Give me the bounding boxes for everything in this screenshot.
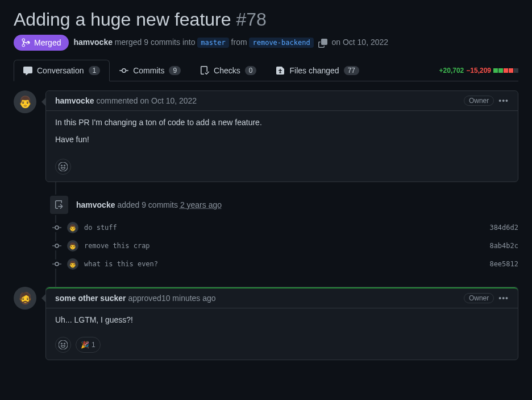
review-body: Uh... LGTM, I guess?!: [46, 308, 518, 337]
commit-message[interactable]: what is this even?: [84, 260, 484, 268]
comment-action: commented on Oct 10, 2022: [96, 96, 197, 105]
avatar[interactable]: 🧔: [14, 287, 36, 310]
pr-title-text: Adding a huge new feature: [14, 9, 231, 30]
merge-meta: hamvocke merged 9 commits into master fr…: [73, 38, 388, 47]
tab-conversation-label: Conversation: [37, 66, 84, 75]
commit-sha[interactable]: 8ee5812: [489, 260, 518, 268]
review-author[interactable]: some other sucker: [55, 294, 126, 303]
owner-badge: Owner: [464, 293, 494, 303]
tabs-row: Conversation 1 Commits 9 Checks 0 Files …: [14, 60, 518, 81]
tab-checks-label: Checks: [214, 66, 240, 75]
commit-sha[interactable]: 384d6d2: [489, 224, 518, 232]
tab-commits[interactable]: Commits 9: [110, 60, 190, 81]
tab-files-label: Files changed: [289, 66, 339, 75]
svg-point-6: [55, 262, 59, 266]
pr-number: #78: [236, 9, 266, 30]
tab-files-count: 77: [344, 66, 359, 75]
tab-conversation[interactable]: Conversation 1: [14, 60, 110, 81]
review-1: 🧔 some other sucker approved10 minutes a…: [14, 287, 518, 360]
merge-status-badge: Merged: [14, 35, 69, 51]
mini-avatar[interactable]: 👨: [67, 240, 78, 251]
smiley-icon: [59, 162, 68, 171]
tab-checks[interactable]: Checks 0: [190, 60, 266, 81]
comment-body: In this PR I'm changing a ton of code to…: [46, 111, 518, 159]
comment-1: 👨 hamvocke commented on Oct 10, 2022 Own…: [14, 90, 518, 182]
repo-push-icon: [49, 195, 69, 215]
review-footer: 🎉 1: [46, 337, 518, 360]
review-action: approved10 minutes ago: [128, 294, 216, 303]
comment-icon: [23, 66, 32, 75]
tab-conversation-count: 1: [89, 66, 101, 75]
commits-added-event: hamvocke added 9 commits 2 years ago: [14, 191, 518, 218]
commit-dot-icon: [52, 223, 61, 232]
add-reaction-button[interactable]: [55, 337, 71, 353]
commit-message[interactable]: do stuff: [84, 224, 484, 232]
comment-footer: [46, 159, 518, 182]
comment-author[interactable]: hamvocke: [55, 96, 94, 105]
commit-dot-icon: [52, 259, 61, 269]
smiley-icon: [59, 340, 68, 349]
checklist-icon: [200, 66, 209, 75]
reaction-count: 1: [92, 341, 95, 349]
commit-sha[interactable]: 8ab4b2c: [489, 242, 518, 250]
mini-avatar[interactable]: 👨: [67, 222, 78, 233]
commit-dot-icon: [52, 241, 61, 250]
event-text: hamvocke added 9 commits 2 years ago: [76, 200, 222, 209]
commit-message[interactable]: remove this crap: [84, 242, 484, 250]
owner-badge: Owner: [464, 96, 494, 106]
diff-squares: [493, 68, 518, 73]
kebab-icon[interactable]: •••: [498, 294, 509, 303]
target-branch[interactable]: master: [197, 38, 228, 48]
file-diff-icon: [276, 66, 285, 75]
merge-icon: [22, 38, 31, 47]
tab-checks-count: 0: [245, 66, 257, 75]
copy-icon[interactable]: [318, 39, 327, 48]
commit-icon: [119, 66, 128, 75]
tab-commits-count: 9: [169, 66, 181, 75]
kebab-icon[interactable]: •••: [498, 96, 509, 105]
add-reaction-button[interactable]: [55, 159, 71, 175]
commit-row: 👨 do stuff 384d6d2: [14, 218, 518, 237]
reaction-emoji: 🎉: [81, 341, 89, 349]
deletions-count: −15,209: [466, 67, 491, 75]
comment-header: hamvocke commented on Oct 10, 2022 Owner…: [46, 91, 518, 111]
pr-title: Adding a huge new feature #78: [14, 9, 518, 30]
additions-count: +20,702: [439, 67, 464, 75]
commit-row: 👨 what is this even? 8ee5812: [14, 255, 518, 273]
avatar[interactable]: 👨: [14, 90, 36, 113]
diff-stats: +20,702 −15,209: [439, 67, 518, 75]
commit-row: 👨 remove this crap 8ab4b2c: [14, 237, 518, 255]
tab-files[interactable]: Files changed 77: [266, 60, 369, 81]
svg-point-3: [55, 244, 59, 248]
pr-meta-row: Merged hamvocke merged 9 commits into ma…: [14, 35, 518, 51]
review-header: some other sucker approved10 minutes ago…: [46, 287, 518, 308]
svg-point-0: [55, 226, 59, 229]
merge-status-text: Merged: [34, 38, 61, 47]
source-branch[interactable]: remove-backend: [249, 38, 313, 48]
tab-commits-label: Commits: [133, 66, 164, 75]
timeline: 👨 hamvocke commented on Oct 10, 2022 Own…: [14, 90, 518, 360]
reaction-pill[interactable]: 🎉 1: [76, 337, 101, 353]
merge-author[interactable]: hamvocke: [73, 38, 112, 47]
mini-avatar[interactable]: 👨: [67, 258, 78, 270]
